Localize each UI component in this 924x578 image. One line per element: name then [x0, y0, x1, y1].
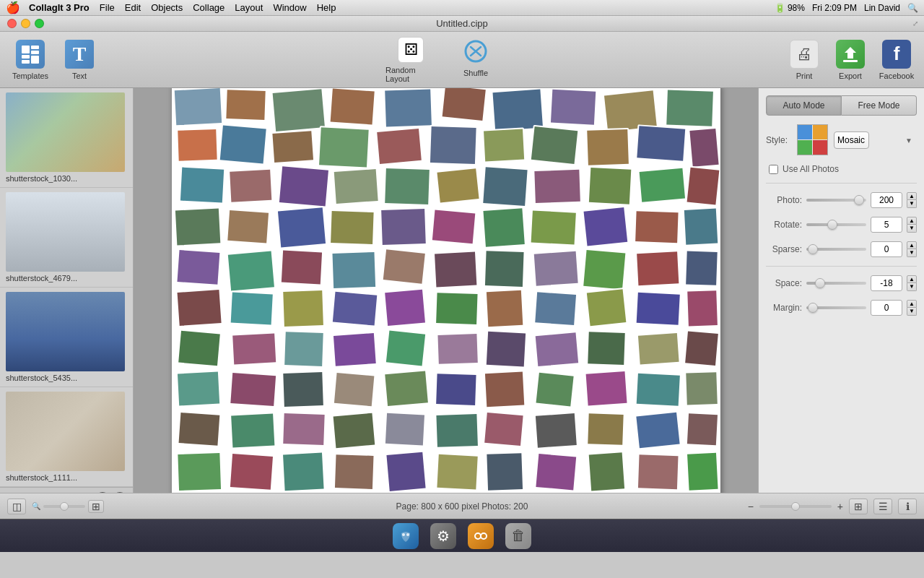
- photo-name: shutterstock_1111...: [6, 473, 127, 482]
- svg-point-121: [481, 533, 487, 539]
- facebook-button[interactable]: f Facebook: [876, 40, 917, 80]
- maximize-button[interactable]: [35, 19, 44, 28]
- swatch-3: [798, 140, 812, 155]
- collage-menu[interactable]: Collage: [193, 2, 225, 13]
- rotate-value-input[interactable]: [871, 217, 902, 233]
- svg-rect-47: [530, 210, 576, 245]
- grid-view-button[interactable]: ⊞: [849, 499, 868, 514]
- svg-rect-53: [280, 250, 322, 285]
- photo-slider[interactable]: [806, 199, 866, 202]
- file-menu[interactable]: File: [100, 2, 115, 13]
- sparse-slider[interactable]: [806, 248, 866, 251]
- export-label: Export: [839, 72, 862, 80]
- menubar: 🍎 CollagIt 3 Pro File Edit Objects Colla…: [0, 0, 924, 16]
- print-button[interactable]: 🖨 Print: [784, 40, 824, 80]
- print-label: Print: [796, 72, 813, 80]
- close-button[interactable]: [7, 19, 17, 28]
- rotate-slider[interactable]: [806, 223, 866, 226]
- photo-value-input[interactable]: [871, 192, 902, 208]
- free-mode-button[interactable]: Free Mode: [842, 95, 917, 116]
- zoom-minus-icon[interactable]: −: [748, 501, 754, 512]
- photo-spin-down[interactable]: ▼: [907, 200, 917, 208]
- random-layout-button[interactable]: ⚄ Random Layout: [385, 37, 436, 83]
- photo-spin-up[interactable]: ▲: [907, 192, 917, 200]
- help-menu[interactable]: Help: [317, 2, 336, 13]
- info-view-button[interactable]: ℹ: [898, 499, 917, 514]
- resize-icon[interactable]: ⤢: [912, 20, 918, 27]
- sparse-slider-thumb[interactable]: [808, 244, 818, 254]
- app-menu[interactable]: CollagIt 3 Pro: [29, 2, 90, 13]
- space-slider-thumb[interactable]: [815, 278, 825, 288]
- svg-rect-73: [178, 330, 221, 367]
- svg-rect-11: [329, 88, 375, 126]
- list-view-button[interactable]: ☰: [873, 499, 892, 514]
- shuffle-button[interactable]: Shuffle: [450, 37, 501, 83]
- window-menu[interactable]: Window: [273, 2, 306, 13]
- search-icon[interactable]: 🔍: [907, 3, 918, 13]
- margin-value-input[interactable]: [871, 300, 902, 316]
- photo-slider-thumb[interactable]: [854, 195, 864, 205]
- objects-menu[interactable]: Objects: [151, 2, 183, 13]
- list-item[interactable]: shutterstock_1030...: [0, 88, 133, 188]
- svg-rect-48: [583, 207, 628, 247]
- svg-rect-10: [271, 88, 326, 132]
- rotate-slider-thumb[interactable]: [827, 220, 837, 230]
- list-item[interactable]: shutterstock_5435...: [0, 288, 133, 387]
- export-button[interactable]: Export: [830, 40, 871, 80]
- edit-menu[interactable]: Edit: [125, 2, 141, 13]
- sidebar: shutterstock_1030... shutterstock_4679..…: [0, 88, 134, 493]
- svg-rect-36: [533, 169, 581, 204]
- svg-rect-19: [219, 124, 266, 164]
- text-button[interactable]: T Text: [56, 35, 103, 85]
- dock-finder-icon[interactable]: [393, 523, 419, 549]
- rotate-spin-down[interactable]: ▼: [907, 225, 917, 233]
- svg-rect-67: [435, 292, 479, 325]
- templates-button[interactable]: Templates: [7, 35, 53, 85]
- collage-canvas[interactable]: [172, 88, 720, 493]
- main-zoom-track[interactable]: [759, 505, 832, 508]
- space-spin-up[interactable]: ▲: [907, 275, 917, 283]
- photo-name: shutterstock_1030...: [6, 174, 127, 183]
- rotate-spin-up[interactable]: ▲: [907, 217, 917, 225]
- use-all-photos-checkbox[interactable]: [769, 165, 778, 174]
- space-slider[interactable]: [806, 282, 866, 285]
- list-item[interactable]: shutterstock_1111...: [0, 387, 133, 487]
- list-item[interactable]: shutterstock_4679...: [0, 188, 133, 288]
- fit-to-window-button[interactable]: ⊞: [88, 500, 104, 513]
- dock-settings-icon[interactable]: ⚙: [430, 523, 456, 549]
- mode-buttons: Auto Mode Free Mode: [766, 95, 917, 116]
- apple-menu[interactable]: 🍎: [6, 1, 20, 14]
- layout-menu[interactable]: Layout: [235, 2, 263, 13]
- margin-spin-down[interactable]: ▼: [907, 308, 917, 316]
- margin-slider[interactable]: [806, 306, 866, 309]
- svg-rect-20: [271, 130, 314, 163]
- style-select[interactable]: Mosaic: [834, 131, 869, 149]
- minimize-button[interactable]: [21, 19, 30, 28]
- space-spin-down[interactable]: ▼: [907, 283, 917, 291]
- sparse-spin-down[interactable]: ▼: [907, 249, 917, 257]
- svg-rect-97: [282, 413, 326, 446]
- space-value-input[interactable]: [871, 275, 902, 291]
- sparse-value-input[interactable]: [871, 241, 902, 257]
- margin-slider-thumb[interactable]: [808, 303, 818, 313]
- style-row: Style: Mosaic ▼: [766, 124, 917, 155]
- dock-trash-icon[interactable]: 🗑: [505, 523, 531, 549]
- svg-point-120: [475, 533, 481, 539]
- auto-mode-button[interactable]: Auto Mode: [766, 95, 842, 116]
- window-title: Untitled.cipp: [436, 18, 488, 29]
- svg-rect-28: [689, 128, 719, 168]
- svg-rect-33: [384, 168, 430, 205]
- svg-rect-24: [482, 129, 524, 163]
- zoom-plus-icon[interactable]: +: [837, 501, 843, 512]
- sidebar-toggle-button[interactable]: ◫: [7, 499, 26, 514]
- dock-spectacle-icon[interactable]: [468, 523, 494, 549]
- svg-rect-62: [176, 289, 222, 327]
- margin-spin-up[interactable]: ▲: [907, 300, 917, 308]
- main-zoom-thumb[interactable]: [791, 502, 800, 511]
- sparse-spin-up[interactable]: ▲: [907, 241, 917, 249]
- divider-2: [766, 266, 917, 267]
- photo-name: shutterstock_5435...: [6, 374, 127, 382]
- zoom-thumb[interactable]: [60, 502, 69, 511]
- zoom-track[interactable]: [43, 505, 85, 508]
- style-swatches[interactable]: [797, 124, 828, 155]
